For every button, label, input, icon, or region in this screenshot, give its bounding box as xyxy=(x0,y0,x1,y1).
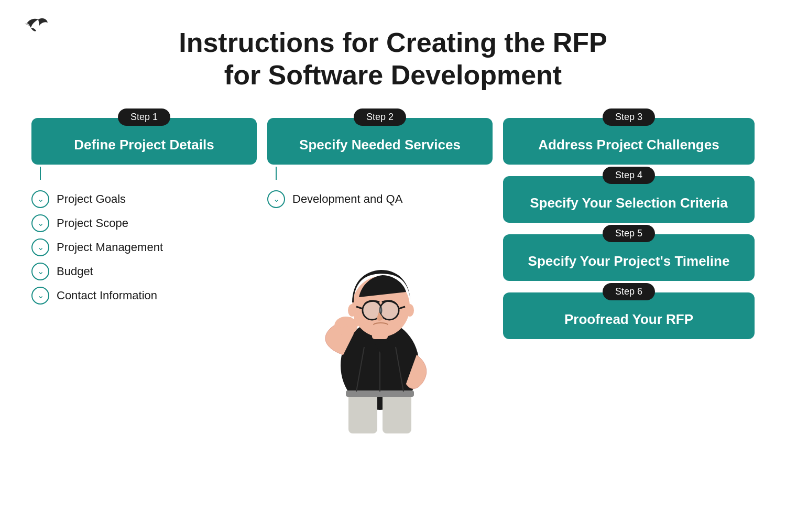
list-item: ⌄ Budget xyxy=(31,263,257,280)
chevron-icon-4: ⌄ xyxy=(31,263,49,280)
step3-label: Step 3 xyxy=(603,108,655,126)
step5-title: Specify Your Project's Timeline xyxy=(514,253,744,269)
step3-card: Step 3 Address Project Challenges xyxy=(503,118,755,165)
chevron-icon-s2-1: ⌄ xyxy=(267,190,285,208)
step3-title: Address Project Challenges xyxy=(514,137,744,153)
step2-connector xyxy=(276,167,277,180)
left-column: Step 1 Define Project Details ⌄ Project … xyxy=(31,118,257,433)
right-column: Step 3 Address Project Challenges Step 4… xyxy=(503,118,755,433)
chevron-icon-3: ⌄ xyxy=(31,238,49,256)
main-title: Instructions for Creating the RFP for So… xyxy=(31,26,755,92)
step2-title: Specify Needed Services xyxy=(278,137,482,153)
step6-title: Proofread Your RFP xyxy=(514,311,744,328)
step2-list: ⌄ Development and QA xyxy=(267,190,493,208)
list-item: ⌄ Contact Information xyxy=(31,287,257,305)
step6-label: Step 6 xyxy=(603,283,655,300)
svg-rect-1 xyxy=(348,392,377,433)
list-item-text-1: Project Goals xyxy=(57,192,126,206)
list-item-text-5: Contact Information xyxy=(57,289,157,302)
step6-card: Step 6 Proofread Your RFP xyxy=(503,292,755,339)
list-item: ⌄ Project Management xyxy=(31,238,257,256)
list-item: ⌄ Project Goals xyxy=(31,190,257,208)
list-item-text-2: Project Scope xyxy=(57,216,128,230)
step4-label: Step 4 xyxy=(603,167,655,184)
list-item: ⌄ Project Scope xyxy=(31,214,257,232)
logo xyxy=(24,13,50,39)
svg-rect-21 xyxy=(354,317,359,327)
chevron-icon-2: ⌄ xyxy=(31,214,49,232)
step1-connector xyxy=(40,167,41,180)
step1-list: ⌄ Project Goals ⌄ Project Scope ⌄ Projec… xyxy=(31,190,257,305)
chevron-icon-1: ⌄ xyxy=(31,190,49,208)
svg-point-18 xyxy=(406,304,414,317)
step4-card: Step 4 Specify Your Selection Criteria xyxy=(503,176,755,223)
list-item-text-s2-1: Development and QA xyxy=(292,192,402,206)
step1-card: Step 1 Define Project Details xyxy=(31,118,257,165)
list-item: ⌄ Development and QA xyxy=(267,190,493,208)
svg-rect-2 xyxy=(383,392,411,433)
step1-label: Step 1 xyxy=(118,108,170,126)
step5-label: Step 5 xyxy=(603,225,655,242)
illustration xyxy=(267,229,493,433)
page-container: Instructions for Creating the RFP for So… xyxy=(0,0,786,532)
step1-title: Define Project Details xyxy=(42,137,246,153)
content-area: Step 1 Define Project Details ⌄ Project … xyxy=(31,118,755,433)
step2-label: Step 2 xyxy=(354,108,406,126)
svg-rect-19 xyxy=(339,319,345,328)
list-item-text-3: Project Management xyxy=(57,241,163,254)
svg-point-17 xyxy=(348,304,356,317)
step2-card: Step 2 Specify Needed Services xyxy=(267,118,493,165)
list-item-text-4: Budget xyxy=(57,265,93,278)
title-section: Instructions for Creating the RFP for So… xyxy=(31,16,755,92)
middle-column: Step 2 Specify Needed Services ⌄ Develop… xyxy=(267,118,493,433)
chevron-icon-5: ⌄ xyxy=(31,287,49,305)
step5-card: Step 5 Specify Your Project's Timeline xyxy=(503,234,755,281)
person-illustration xyxy=(296,229,464,433)
svg-rect-20 xyxy=(346,317,353,327)
step4-title: Specify Your Selection Criteria xyxy=(514,195,744,211)
